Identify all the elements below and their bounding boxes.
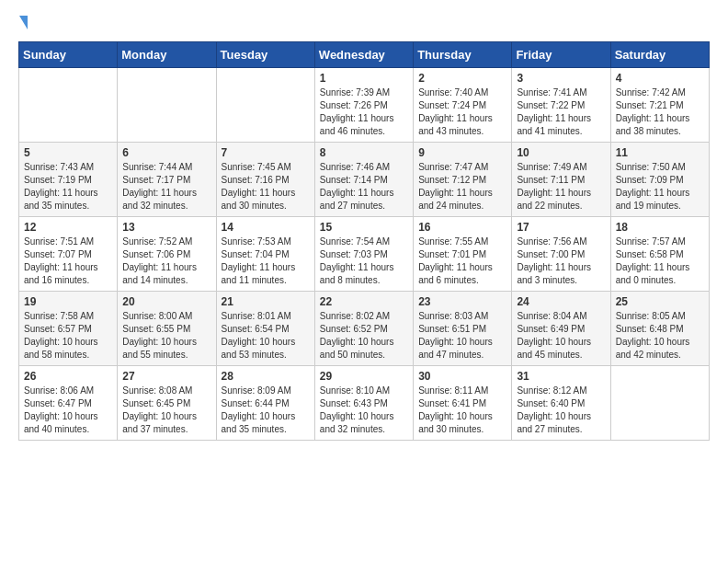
day-info: Sunrise: 8:12 AM Sunset: 6:40 PM Dayligh… bbox=[517, 385, 605, 436]
day-number: 31 bbox=[517, 370, 605, 383]
logo bbox=[18, 18, 28, 32]
day-info: Sunrise: 7:39 AM Sunset: 7:26 PM Dayligh… bbox=[320, 86, 408, 138]
calendar-week-row: 5Sunrise: 7:43 AM Sunset: 7:19 PM Daylig… bbox=[19, 143, 710, 217]
day-info: Sunrise: 8:11 AM Sunset: 6:41 PM Dayligh… bbox=[418, 385, 506, 436]
day-info: Sunrise: 7:45 AM Sunset: 7:16 PM Dayligh… bbox=[222, 161, 310, 213]
day-number: 14 bbox=[222, 221, 310, 234]
day-number: 25 bbox=[616, 295, 704, 308]
day-info: Sunrise: 8:00 AM Sunset: 6:55 PM Dayligh… bbox=[122, 310, 210, 362]
calendar-cell: 16Sunrise: 7:55 AM Sunset: 7:01 PM Dayli… bbox=[414, 217, 512, 292]
calendar-cell: 29Sunrise: 8:10 AM Sunset: 6:43 PM Dayli… bbox=[314, 366, 413, 441]
weekday-header-tuesday: Tuesday bbox=[216, 42, 314, 68]
logo-triangle-icon bbox=[19, 16, 28, 29]
day-info: Sunrise: 8:01 AM Sunset: 6:54 PM Dayligh… bbox=[222, 310, 310, 362]
calendar-cell: 25Sunrise: 8:05 AM Sunset: 6:48 PM Dayli… bbox=[610, 292, 709, 366]
day-info: Sunrise: 7:50 AM Sunset: 7:09 PM Dayligh… bbox=[616, 161, 704, 213]
day-number: 5 bbox=[24, 146, 112, 159]
calendar-cell: 2Sunrise: 7:40 AM Sunset: 7:24 PM Daylig… bbox=[414, 68, 512, 143]
calendar-cell: 12Sunrise: 7:51 AM Sunset: 7:07 PM Dayli… bbox=[19, 217, 118, 292]
day-info: Sunrise: 8:03 AM Sunset: 6:51 PM Dayligh… bbox=[418, 310, 506, 362]
calendar-cell: 23Sunrise: 8:03 AM Sunset: 6:51 PM Dayli… bbox=[414, 292, 512, 366]
day-number: 6 bbox=[122, 146, 210, 159]
day-number: 29 bbox=[320, 370, 408, 383]
calendar-cell: 13Sunrise: 7:52 AM Sunset: 7:06 PM Dayli… bbox=[118, 217, 216, 292]
calendar-cell: 4Sunrise: 7:42 AM Sunset: 7:21 PM Daylig… bbox=[610, 68, 709, 143]
weekday-header-saturday: Saturday bbox=[610, 42, 709, 68]
calendar-cell: 18Sunrise: 7:57 AM Sunset: 6:58 PM Dayli… bbox=[610, 217, 709, 292]
day-info: Sunrise: 7:57 AM Sunset: 6:58 PM Dayligh… bbox=[616, 236, 704, 287]
day-number: 2 bbox=[418, 72, 506, 85]
day-number: 17 bbox=[517, 221, 605, 234]
day-number: 23 bbox=[418, 295, 506, 308]
day-number: 16 bbox=[418, 221, 506, 234]
calendar-cell: 20Sunrise: 8:00 AM Sunset: 6:55 PM Dayli… bbox=[118, 292, 216, 366]
calendar-table: SundayMondayTuesdayWednesdayThursdayFrid… bbox=[18, 41, 710, 441]
day-number: 9 bbox=[418, 146, 506, 159]
day-info: Sunrise: 7:51 AM Sunset: 7:07 PM Dayligh… bbox=[24, 236, 112, 287]
day-number: 22 bbox=[320, 295, 408, 308]
day-info: Sunrise: 7:41 AM Sunset: 7:22 PM Dayligh… bbox=[517, 86, 605, 138]
page-header bbox=[18, 18, 710, 32]
calendar-cell bbox=[19, 68, 118, 143]
weekday-header-row: SundayMondayTuesdayWednesdayThursdayFrid… bbox=[19, 42, 710, 68]
day-number: 21 bbox=[222, 295, 310, 308]
day-info: Sunrise: 7:55 AM Sunset: 7:01 PM Dayligh… bbox=[418, 236, 506, 287]
calendar-cell: 7Sunrise: 7:45 AM Sunset: 7:16 PM Daylig… bbox=[216, 143, 314, 217]
day-number: 24 bbox=[517, 295, 605, 308]
day-info: Sunrise: 8:10 AM Sunset: 6:43 PM Dayligh… bbox=[320, 385, 408, 436]
calendar-cell: 1Sunrise: 7:39 AM Sunset: 7:26 PM Daylig… bbox=[314, 68, 413, 143]
calendar-week-row: 12Sunrise: 7:51 AM Sunset: 7:07 PM Dayli… bbox=[19, 217, 710, 292]
day-info: Sunrise: 7:53 AM Sunset: 7:04 PM Dayligh… bbox=[222, 236, 310, 287]
calendar-cell: 22Sunrise: 8:02 AM Sunset: 6:52 PM Dayli… bbox=[314, 292, 413, 366]
day-info: Sunrise: 8:04 AM Sunset: 6:49 PM Dayligh… bbox=[517, 310, 605, 362]
weekday-header-thursday: Thursday bbox=[414, 42, 512, 68]
calendar-cell: 15Sunrise: 7:54 AM Sunset: 7:03 PM Dayli… bbox=[314, 217, 413, 292]
calendar-cell: 10Sunrise: 7:49 AM Sunset: 7:11 PM Dayli… bbox=[512, 143, 610, 217]
calendar-cell: 28Sunrise: 8:09 AM Sunset: 6:44 PM Dayli… bbox=[216, 366, 314, 441]
calendar-cell: 5Sunrise: 7:43 AM Sunset: 7:19 PM Daylig… bbox=[19, 143, 118, 217]
calendar-week-row: 19Sunrise: 7:58 AM Sunset: 6:57 PM Dayli… bbox=[19, 292, 710, 366]
day-number: 27 bbox=[122, 370, 210, 383]
day-info: Sunrise: 7:47 AM Sunset: 7:12 PM Dayligh… bbox=[418, 161, 506, 213]
day-number: 30 bbox=[418, 370, 506, 383]
weekday-header-wednesday: Wednesday bbox=[314, 42, 413, 68]
day-number: 4 bbox=[616, 72, 704, 85]
day-number: 26 bbox=[24, 370, 112, 383]
calendar-cell: 26Sunrise: 8:06 AM Sunset: 6:47 PM Dayli… bbox=[19, 366, 118, 441]
day-number: 28 bbox=[222, 370, 310, 383]
day-info: Sunrise: 8:09 AM Sunset: 6:44 PM Dayligh… bbox=[222, 385, 310, 436]
calendar-week-row: 26Sunrise: 8:06 AM Sunset: 6:47 PM Dayli… bbox=[19, 366, 710, 441]
day-number: 18 bbox=[616, 221, 704, 234]
calendar-cell bbox=[216, 68, 314, 143]
calendar-cell: 11Sunrise: 7:50 AM Sunset: 7:09 PM Dayli… bbox=[610, 143, 709, 217]
day-number: 19 bbox=[24, 295, 112, 308]
day-info: Sunrise: 8:05 AM Sunset: 6:48 PM Dayligh… bbox=[616, 310, 704, 362]
day-number: 8 bbox=[320, 146, 408, 159]
day-info: Sunrise: 8:02 AM Sunset: 6:52 PM Dayligh… bbox=[320, 310, 408, 362]
calendar-cell: 24Sunrise: 8:04 AM Sunset: 6:49 PM Dayli… bbox=[512, 292, 610, 366]
day-number: 12 bbox=[24, 221, 112, 234]
day-info: Sunrise: 7:58 AM Sunset: 6:57 PM Dayligh… bbox=[24, 310, 112, 362]
calendar-cell: 21Sunrise: 8:01 AM Sunset: 6:54 PM Dayli… bbox=[216, 292, 314, 366]
day-info: Sunrise: 7:44 AM Sunset: 7:17 PM Dayligh… bbox=[122, 161, 210, 213]
calendar-cell: 9Sunrise: 7:47 AM Sunset: 7:12 PM Daylig… bbox=[414, 143, 512, 217]
calendar-cell: 31Sunrise: 8:12 AM Sunset: 6:40 PM Dayli… bbox=[512, 366, 610, 441]
calendar-week-row: 1Sunrise: 7:39 AM Sunset: 7:26 PM Daylig… bbox=[19, 68, 710, 143]
day-info: Sunrise: 7:52 AM Sunset: 7:06 PM Dayligh… bbox=[122, 236, 210, 287]
weekday-header-friday: Friday bbox=[512, 42, 610, 68]
calendar-cell: 3Sunrise: 7:41 AM Sunset: 7:22 PM Daylig… bbox=[512, 68, 610, 143]
day-number: 11 bbox=[616, 146, 704, 159]
calendar-cell: 19Sunrise: 7:58 AM Sunset: 6:57 PM Dayli… bbox=[19, 292, 118, 366]
calendar-cell bbox=[118, 68, 216, 143]
weekday-header-monday: Monday bbox=[118, 42, 216, 68]
calendar-cell: 30Sunrise: 8:11 AM Sunset: 6:41 PM Dayli… bbox=[414, 366, 512, 441]
day-number: 13 bbox=[122, 221, 210, 234]
day-number: 20 bbox=[122, 295, 210, 308]
day-info: Sunrise: 8:08 AM Sunset: 6:45 PM Dayligh… bbox=[122, 385, 210, 436]
day-info: Sunrise: 7:54 AM Sunset: 7:03 PM Dayligh… bbox=[320, 236, 408, 287]
day-info: Sunrise: 7:46 AM Sunset: 7:14 PM Dayligh… bbox=[320, 161, 408, 213]
day-number: 3 bbox=[517, 72, 605, 85]
calendar-cell: 17Sunrise: 7:56 AM Sunset: 7:00 PM Dayli… bbox=[512, 217, 610, 292]
day-number: 7 bbox=[222, 146, 310, 159]
calendar-cell: 6Sunrise: 7:44 AM Sunset: 7:17 PM Daylig… bbox=[118, 143, 216, 217]
